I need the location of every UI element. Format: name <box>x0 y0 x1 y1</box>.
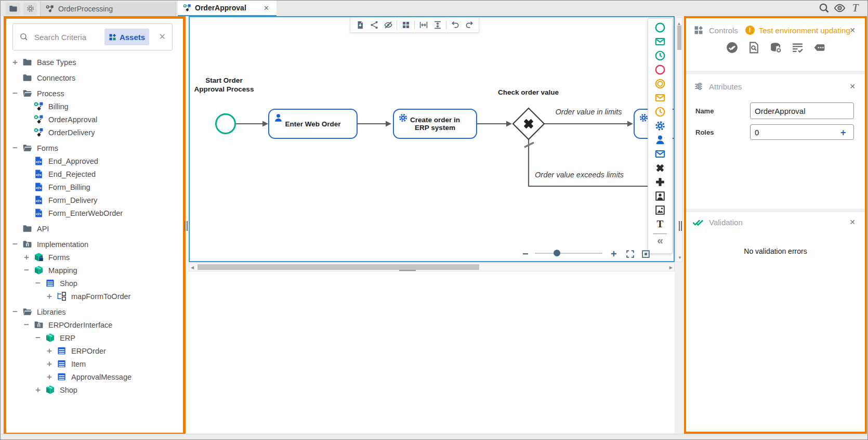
preview-eye-icon[interactable] <box>834 2 846 14</box>
tree-item-form-enterweborder[interactable]: </>Form_EnterWebOrder <box>6 206 183 219</box>
tree-item-process[interactable]: −Process <box>6 87 183 100</box>
tree-item-end-approved[interactable]: </>End_Approved <box>6 154 183 167</box>
participant-icon[interactable] <box>653 189 667 203</box>
roles-field[interactable] <box>750 124 854 140</box>
edge-label-exceeds-limits[interactable]: Order value exceeds limits <box>516 171 643 179</box>
start-event-icon[interactable] <box>653 20 667 34</box>
zoom-slider[interactable] <box>535 253 602 254</box>
name-field[interactable] <box>750 102 854 119</box>
scroll-left-icon[interactable]: ◀ <box>191 265 194 270</box>
end-event-icon[interactable] <box>653 62 667 76</box>
tab-orderprocessing[interactable]: OrderProcessing <box>40 2 176 16</box>
start-event[interactable] <box>215 113 236 134</box>
collapse-icon[interactable]: − <box>11 239 19 250</box>
image-icon[interactable] <box>653 203 667 217</box>
gateway-label[interactable]: Check order value <box>485 88 571 97</box>
open-folder-button[interactable] <box>6 3 20 15</box>
tree-item-form-delivery[interactable]: </>Form_Delivery <box>6 193 183 206</box>
console-log-icon[interactable] <box>813 41 826 54</box>
expand-icon[interactable]: + <box>45 359 54 369</box>
tree-item-shop[interactable]: −Shop <box>6 277 183 290</box>
right-splitter-handle[interactable] <box>678 221 682 231</box>
tree-item-forms[interactable]: +Forms <box>6 251 183 264</box>
expand-icon[interactable]: + <box>34 385 42 395</box>
left-splitter-handle[interactable] <box>183 221 188 231</box>
collapse-icon[interactable]: − <box>22 320 31 330</box>
start-event-label[interactable]: Start Order Approval Process <box>193 76 255 94</box>
tree-item-mapping[interactable]: −Mapping <box>6 264 183 277</box>
scroll-right-icon[interactable]: ▶ <box>669 265 673 270</box>
tree-item-connectors[interactable]: Connectors <box>6 71 183 84</box>
text-tool-icon[interactable]: T <box>849 2 861 14</box>
tree-item-erporder[interactable]: +ERPOrder <box>6 344 183 357</box>
tree-item-implementation[interactable]: −Implementation <box>6 238 183 251</box>
tree-item-erp[interactable]: −ERP <box>6 331 183 344</box>
database-reset-icon[interactable] <box>769 41 782 54</box>
tree-item-forms[interactable]: −Forms <box>6 141 183 154</box>
timer-intermediate-event-icon[interactable] <box>653 105 667 119</box>
exclusive-gateway-icon[interactable] <box>653 161 667 175</box>
tree-item-shop[interactable]: +Shop <box>6 383 183 396</box>
intermediate-event-icon[interactable] <box>653 76 667 90</box>
tree-item-mapformtoorder[interactable]: +mapFormToOrder <box>6 290 183 303</box>
tree-item-item[interactable]: +Item <box>6 357 183 370</box>
timer-start-event-icon[interactable] <box>653 48 667 62</box>
horizontal-scrollbar[interactable]: ◀ ▶ <box>189 263 675 271</box>
user-task-icon[interactable] <box>653 133 667 147</box>
tree-item-billing[interactable]: Billing <box>6 100 183 113</box>
tree-item-form-billing[interactable]: </>Form_Billing <box>6 180 183 193</box>
zoom-out-button[interactable]: − <box>522 248 529 260</box>
collapse-icon[interactable]: − <box>22 265 31 276</box>
close-validation-icon[interactable]: ✕ <box>849 218 856 226</box>
test-run-icon[interactable] <box>726 41 739 54</box>
collapse-icon[interactable]: − <box>34 333 42 343</box>
close-controls-icon[interactable]: ✕ <box>849 26 856 34</box>
task-create-order-erp[interactable]: Create order in ERP system <box>393 109 477 139</box>
fullscreen-icon[interactable] <box>625 249 635 259</box>
horizontal-scrollbar-thumb[interactable] <box>198 264 479 270</box>
close-tab-icon[interactable]: ✕ <box>264 4 269 12</box>
service-task-icon[interactable] <box>653 119 667 133</box>
tree-item-end-rejected[interactable]: </>End_Rejected <box>6 167 183 180</box>
expand-icon[interactable]: + <box>45 291 54 302</box>
fit-frame-icon[interactable] <box>641 249 651 259</box>
collapse-icon[interactable]: − <box>11 307 19 317</box>
tree-item-api[interactable]: API <box>6 222 183 235</box>
message-intermediate-event-icon[interactable] <box>653 90 667 105</box>
tree-item-orderapproval[interactable]: OrderApproval <box>6 113 183 126</box>
inspect-document-icon[interactable] <box>747 41 760 54</box>
tree-item-orderdelivery[interactable]: OrderDelivery <box>6 126 183 139</box>
collapse-icon[interactable]: − <box>11 143 19 153</box>
search-input[interactable] <box>33 32 97 42</box>
settings-button[interactable] <box>23 3 37 15</box>
message-start-event-icon[interactable] <box>653 34 667 48</box>
process-canvas[interactable]: Start Order Approval Process Enter Web O… <box>189 16 675 262</box>
tree-item-base-types[interactable]: +Base Types <box>6 56 183 69</box>
collapse-icon[interactable]: − <box>34 278 42 289</box>
tab-orderapproval[interactable]: OrderApproval ✕ <box>178 1 277 16</box>
tree-item-approvalmessage[interactable]: +ApprovalMessage <box>6 370 183 383</box>
clear-search-icon[interactable]: ✕ <box>159 32 166 42</box>
collapse-palette-icon[interactable]: « <box>657 235 663 245</box>
tree-item-libraries[interactable]: −Libraries <box>6 305 183 318</box>
text-annotation-icon[interactable]: T <box>653 217 667 231</box>
collapse-icon[interactable]: − <box>11 88 19 99</box>
tree-item-erporderinterface[interactable]: −ERPOrderInterface <box>6 318 183 331</box>
zoom-in-button[interactable]: + <box>611 248 617 260</box>
task-enter-web-order[interactable]: Enter Web Order <box>268 109 358 139</box>
expand-icon[interactable]: + <box>45 346 54 356</box>
expand-icon[interactable]: + <box>11 57 19 68</box>
test-list-icon[interactable] <box>791 41 804 54</box>
parallel-gateway-icon[interactable] <box>653 175 667 189</box>
expand-icon[interactable]: + <box>45 372 54 382</box>
vertical-scrollbar-thumb[interactable] <box>677 25 681 50</box>
scroll-down-icon[interactable]: ▼ <box>678 255 682 261</box>
exclusive-gateway-marker[interactable] <box>522 117 535 131</box>
close-attributes-icon[interactable]: ✕ <box>849 82 856 90</box>
assets-filter-button[interactable]: Assets <box>104 29 149 45</box>
message-task-icon[interactable] <box>653 147 667 161</box>
edge-label-in-limits[interactable]: Order value in limits <box>538 108 639 116</box>
expand-icon[interactable]: + <box>22 252 31 263</box>
zoom-slider-thumb[interactable] <box>554 250 560 256</box>
add-role-button[interactable]: + <box>840 127 846 138</box>
